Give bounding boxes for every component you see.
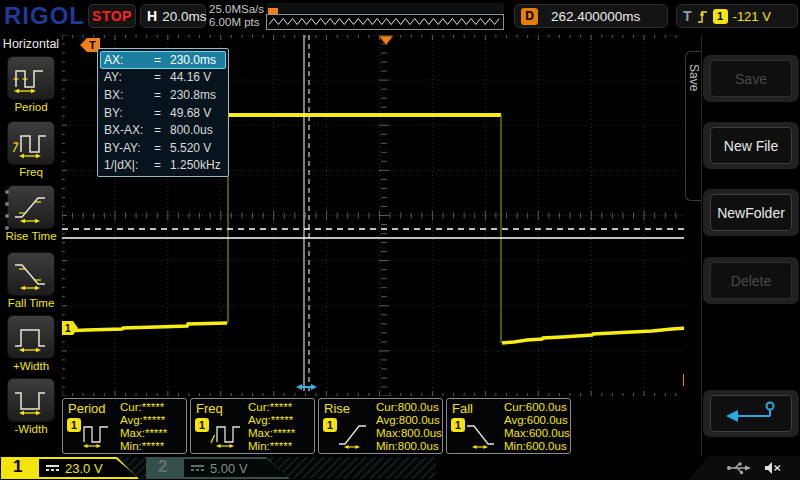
acquisition-info: 25.0MSa/s 6.00M pts — [209, 3, 264, 29]
svg-text:T: T — [89, 39, 96, 51]
delay-badge: D — [521, 8, 538, 25]
horizontal-timebase-control[interactable]: H 20.0ms — [140, 4, 206, 28]
cursor-readout-panel: AX:=230.0ms AY:=44.16 V BX:=230.8ms BY:=… — [97, 48, 229, 177]
top-status-bar: RIGOL STOP H 20.0ms 25.0MSa/s 6.00M pts … — [0, 0, 800, 33]
channel1-scale: 23.0 V — [65, 461, 103, 476]
waveform-preview-box — [266, 14, 504, 30]
svg-text:1: 1 — [65, 323, 71, 334]
fall-time-icon — [466, 422, 500, 450]
measurement-fall[interactable]: Fall 1 Cur:600.0us Avg:600.0us Max:600.0… — [446, 398, 571, 454]
horizontal-label: H — [147, 8, 157, 24]
page-dot — [5, 202, 9, 206]
cursor-row-bx-ax: BX-AX:=800.0us — [100, 121, 226, 139]
cursor-row-ay: AY:=44.16 V — [100, 69, 226, 87]
sidebar-title: Horizontal — [0, 37, 62, 51]
sidebar-item-pos-width[interactable]: +Width — [0, 315, 62, 372]
rise-time-icon — [12, 192, 50, 223]
horizontal-measure-sidebar: Horizontal Period Freq Rise Time — [0, 33, 62, 457]
preview-wave-icon — [269, 19, 499, 25]
trigger-label: T — [683, 8, 692, 24]
scope-display: T T 1 AX:=230.0ms AY:=44.16 V BX:=230.8m… — [62, 35, 697, 396]
trigger-delay-control[interactable]: D 262.400000ms — [514, 4, 668, 28]
channel-status-bar: 1 23.0 V 2 5.00 V — [0, 456, 800, 480]
sidebar-item-period[interactable]: Period — [0, 56, 62, 113]
sidebar-item-fall-time[interactable]: Fall Time — [0, 252, 62, 309]
new-folder-button[interactable]: NewFolder — [703, 189, 799, 236]
plus-width-icon — [12, 322, 50, 353]
timebase-value: 20.0ms — [162, 9, 206, 24]
run-stop-status[interactable]: STOP — [88, 4, 136, 28]
rigol-logo: RIGOL — [4, 2, 85, 30]
trigger-channel-badge: 1 — [713, 9, 728, 24]
cursor-span-arrow-icon — [296, 384, 317, 390]
cursor-row-by-ay: BY-AY:=5.520 V — [100, 139, 226, 157]
freq-wave-icon — [210, 422, 244, 450]
sidebar-item-freq[interactable]: Freq — [0, 121, 62, 178]
period-wave-icon — [82, 422, 116, 450]
trace-low-left — [62, 323, 227, 331]
sidebar-item-rise-time[interactable]: Rise Time — [0, 185, 62, 242]
memory-depth: 6.00M pts — [209, 16, 264, 29]
minus-width-icon — [12, 385, 50, 416]
trigger-slope-icon — [697, 8, 708, 24]
page-dot — [5, 214, 9, 218]
channel-badge: 1 — [323, 418, 337, 432]
waveform-position-preview[interactable] — [266, 3, 506, 30]
channel2-scale: 5.00 V — [210, 461, 248, 476]
cursor-row-by: BY:=49.68 V — [100, 104, 226, 122]
system-status-area — [688, 456, 800, 480]
cursor-row-bx: BX:=230.8ms — [100, 86, 226, 104]
back-button[interactable] — [703, 390, 799, 437]
menu-tab-save: Save — [685, 51, 701, 201]
trigger-level-value: -121 V — [733, 9, 771, 24]
period-wave-icon — [12, 63, 50, 94]
memory-position-strip — [266, 3, 504, 13]
delete-button[interactable]: Delete — [703, 257, 799, 304]
cursor-row-freq: 1/|dX|:=1.250kHz — [100, 157, 226, 175]
save-button[interactable]: Save — [703, 55, 799, 102]
rise-time-icon — [338, 422, 372, 450]
page-dot — [5, 226, 9, 230]
measurement-period[interactable]: Period 1 Cur:***** Avg:***** Max:***** M… — [62, 398, 187, 454]
measurement-strip: Period 1 Cur:***** Avg:***** Max:***** M… — [62, 398, 576, 456]
save-menu: Save Save New File NewFolder Delete — [684, 35, 800, 457]
run-state-label: STOP — [92, 8, 132, 24]
channel-badge: 1 — [451, 418, 465, 432]
speaker-muted-icon — [764, 461, 782, 475]
sidebar-item-neg-width[interactable]: -Width — [0, 378, 62, 435]
measurement-freq[interactable]: Freq 1 Cur:***** Avg:***** Max:***** Min… — [190, 398, 315, 454]
measurement-rise[interactable]: Rise 1 Cur:800.0us Avg:800.0us Max:800.0… — [318, 398, 443, 454]
sample-rate: 25.0MSa/s — [209, 3, 264, 16]
menu-divider — [701, 35, 702, 457]
channel1-tab[interactable]: 1 23.0 V — [1, 457, 140, 479]
dc-coupling-icon — [46, 465, 59, 471]
delay-value: 262.400000ms — [551, 9, 640, 24]
channel1-ground-marker-icon[interactable]: 1 — [62, 321, 78, 335]
dc-coupling-icon — [191, 465, 204, 471]
channel-badge: 1 — [195, 418, 209, 432]
usb-icon — [726, 461, 752, 475]
new-file-button[interactable]: New File — [703, 122, 799, 169]
trigger-control[interactable]: T 1 -121 V — [676, 4, 798, 28]
channel-badge: 1 — [67, 418, 81, 432]
trace-low-right — [502, 327, 697, 343]
channel2-tab[interactable]: 2 5.00 V — [146, 457, 291, 479]
fall-time-icon — [12, 259, 50, 290]
cursor-row-ax: AX:=230.0ms — [100, 51, 226, 69]
freq-wave-icon — [12, 128, 50, 159]
return-arrow-icon — [720, 399, 782, 429]
page-dot — [5, 190, 9, 194]
